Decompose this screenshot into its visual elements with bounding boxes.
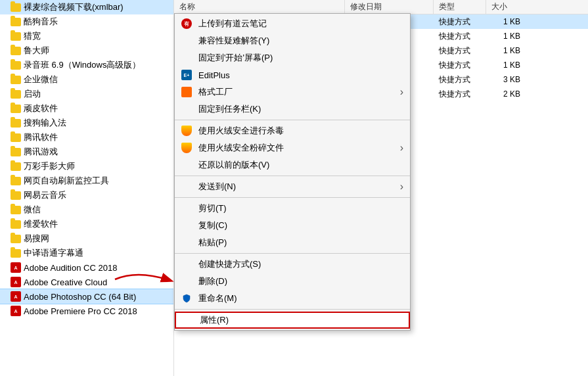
context-menu-item-label: 复制(C) — [198, 220, 227, 231]
folder-label: 搜狗输入法 — [24, 117, 66, 129]
folder-item[interactable]: 维爱软件 — [0, 217, 173, 231]
context-menu-item[interactable]: 固定到任务栏(K) — [175, 101, 410, 118]
context-menu-item[interactable]: 有上传到有道云笔记 — [175, 15, 410, 32]
context-menu-item[interactable]: 固定到'开始'屏幕(P) — [175, 49, 410, 66]
col-header-name[interactable]: 名称 — [174, 0, 345, 14]
folder-label: Adobe Creative Cloud — [24, 277, 107, 287]
folder-item[interactable]: 微信 — [0, 202, 173, 217]
file-cell-size: 2 KB — [486, 88, 526, 100]
context-menu-item[interactable]: 属性(R) — [175, 312, 410, 329]
folder-item[interactable]: AAdobe Premiere Pro CC 2018 — [0, 304, 173, 318]
folder-label: 企业微信 — [24, 74, 58, 85]
folder-item[interactable]: 腾讯游戏 — [0, 145, 173, 159]
context-menu-separator — [175, 309, 410, 310]
folder-icon — [11, 176, 21, 186]
context-menu-item[interactable]: 删除(D) — [175, 273, 410, 290]
folder-label: 易搜网 — [24, 233, 49, 245]
folder-item[interactable]: 易搜网 — [0, 231, 173, 246]
folder-icon — [11, 2, 21, 12]
context-menu-item-label: 发送到(N) — [198, 181, 236, 193]
folder-label: 鲁大师 — [24, 45, 49, 57]
context-menu-item[interactable]: 兼容性疑难解答(Y) — [175, 32, 410, 49]
context-menu-item-label: 粘贴(P) — [198, 237, 227, 248]
context-menu-item-label: EditPlus — [198, 70, 230, 80]
context-menu-item[interactable]: 剪切(T) — [175, 200, 410, 217]
folder-icon — [11, 233, 21, 244]
context-menu-item-label: 格式工厂 — [198, 86, 233, 98]
context-menu-item[interactable]: 复制(C) — [175, 217, 410, 234]
fire-shield-icon-inner — [181, 126, 192, 136]
folder-label: 顽皮软件 — [24, 103, 58, 114]
context-menu-item-label: 固定到任务栏(K) — [198, 103, 261, 115]
context-menu-item[interactable]: 重命名(M) — [175, 290, 410, 307]
folder-icon: A — [11, 262, 21, 273]
context-menu-item-label: 固定到'开始'屏幕(P) — [198, 52, 273, 64]
file-cell-type: 快捷方式 — [434, 44, 486, 58]
folder-icon — [11, 132, 21, 143]
context-menu-item[interactable]: 发送到(N) — [175, 178, 410, 195]
folder-item[interactable]: 万彩手影大师 — [0, 159, 173, 174]
col-header-type[interactable]: 类型 — [434, 0, 486, 14]
folder-icon — [11, 74, 21, 85]
youdao-icon-inner: 有 — [181, 18, 192, 29]
folder-icon — [11, 190, 21, 200]
folder-item[interactable]: 酷狗音乐 — [0, 14, 173, 29]
context-menu-separator — [175, 253, 410, 254]
file-cell-size: 1 KB — [486, 59, 526, 71]
context-menu-item[interactable]: 还原以前的版本(V) — [175, 156, 410, 174]
folder-label: 维爱软件 — [24, 218, 58, 230]
folder-icon — [11, 31, 21, 41]
folder-label: Adobe Premiere Pro CC 2018 — [24, 306, 137, 316]
context-menu-item-label: 上传到有道云笔记 — [198, 18, 267, 30]
folder-item[interactable]: 网易云音乐 — [0, 188, 173, 202]
folder-label: 万彩手影大师 — [24, 160, 75, 172]
format-icon — [180, 85, 193, 99]
folder-label: 腾讯游戏 — [24, 146, 58, 158]
folder-icon: A — [11, 306, 21, 316]
file-list-header: 名称 修改日期 类型 大小 — [174, 0, 588, 14]
file-cell-type: 快捷方式 — [434, 73, 486, 87]
folder-item[interactable]: 网页自动刷新监控工具 — [0, 174, 173, 188]
folder-icon — [11, 60, 21, 70]
folder-icon — [11, 45, 21, 56]
folder-label: 网易云音乐 — [24, 189, 66, 201]
file-cell-size: 1 KB — [486, 16, 526, 28]
fire-shield-icon — [180, 141, 193, 154]
folder-item[interactable]: 裸麦综合视频下载(xmlbar) — [0, 0, 173, 14]
context-menu-item-label: 使用火绒安全粉碎文件 — [198, 142, 284, 154]
file-cell-type: 快捷方式 — [434, 15, 486, 29]
folder-label: 腾讯软件 — [24, 131, 58, 143]
editplus-icon: E+ — [180, 68, 193, 82]
folder-item[interactable]: 搜狗输入法 — [0, 116, 173, 130]
folder-item[interactable]: 猎宽 — [0, 29, 173, 43]
col-header-date[interactable]: 修改日期 — [345, 0, 434, 14]
context-menu-item-label: 重命名(M) — [198, 293, 237, 304]
folder-icon — [11, 103, 21, 114]
folder-item[interactable]: 启动 — [0, 87, 173, 101]
folder-item[interactable]: 腾讯软件 — [0, 130, 173, 145]
context-menu-item[interactable]: 格式工厂 — [175, 83, 410, 101]
folder-item[interactable]: 录音班 6.9（Windows高级版） — [0, 58, 173, 72]
folder-icon — [11, 161, 21, 172]
context-menu-separator — [175, 176, 410, 176]
context-menu-item[interactable]: 创建快捷方式(S) — [175, 256, 410, 273]
context-menu: 有上传到有道云笔记兼容性疑难解答(Y)固定到'开始'屏幕(P)E+EditPlu… — [174, 13, 411, 331]
folder-item[interactable]: 鲁大师 — [0, 43, 173, 58]
context-menu-separator — [175, 197, 410, 198]
file-cell-size: 3 KB — [486, 74, 526, 85]
folder-icon: A — [11, 277, 21, 287]
folder-item[interactable]: 企业微信 — [0, 72, 173, 87]
context-menu-item-label: 删除(D) — [198, 275, 227, 287]
folder-item[interactable]: 中译语通字幕通 — [0, 246, 173, 260]
folder-item[interactable]: 顽皮软件 — [0, 101, 173, 116]
folder-icon — [11, 248, 21, 258]
context-menu-item[interactable]: 粘贴(P) — [175, 234, 410, 251]
context-menu-separator — [175, 120, 410, 120]
context-menu-item[interactable]: 使用火绒安全粉碎文件 — [175, 139, 410, 156]
context-menu-item[interactable]: 使用火绒安全进行杀毒 — [175, 122, 410, 139]
context-menu-item[interactable]: E+EditPlus — [175, 66, 410, 83]
shield-svg — [182, 294, 191, 303]
file-cell-type: 快捷方式 — [434, 87, 486, 101]
folder-list: 裸麦综合视频下载(xmlbar)酷狗音乐猎宽鲁大师录音班 6.9（Windows… — [0, 0, 174, 376]
col-header-size[interactable]: 大小 — [486, 0, 526, 14]
